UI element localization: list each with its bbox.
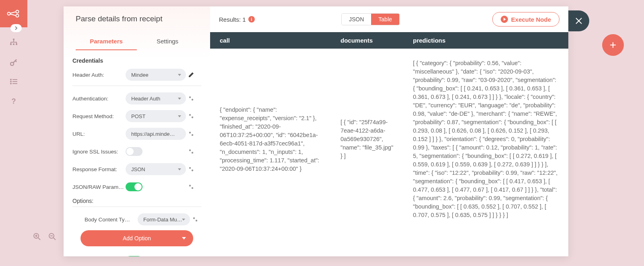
app-sidebar: ? [0,0,27,266]
svg-point-34 [192,117,193,118]
credentials-heading: Credentials [72,57,201,64]
svg-line-23 [38,238,40,240]
svg-rect-12 [16,42,17,43]
svg-point-44 [196,220,197,221]
svg-line-15 [15,61,17,62]
header-auth-select[interactable]: Mindee [126,69,186,81]
view-table-button[interactable]: Table [371,14,399,25]
svg-point-32 [192,99,193,100]
col-predictions: predictions [403,37,568,44]
options-heading: Options: [72,198,201,204]
svg-line-3 [10,12,16,14]
info-icon[interactable]: i [248,16,255,23]
tab-parameters[interactable]: Parameters [76,33,137,50]
sidebar-expand-button[interactable] [10,24,22,32]
send-binary-toggle[interactable] [126,256,142,256]
key-icon[interactable] [10,59,17,68]
zoom-in-icon[interactable] [33,233,41,243]
play-icon [501,16,508,23]
json-raw-label: JSON/RAW Parame… [72,184,126,190]
svg-point-33 [189,114,191,116]
svg-point-36 [192,134,193,136]
svg-rect-8 [16,43,17,45]
add-option-button[interactable]: Add Option [80,230,193,246]
body-content-type-label: Body Content Ty… [72,217,138,223]
cell-documents: [ { "id": "25f74a99-7eae-4122-a6da-0a569… [331,59,403,219]
svg-point-31 [189,96,191,98]
svg-rect-6 [10,43,12,45]
svg-point-37 [189,149,191,151]
help-icon[interactable]: ? [12,97,16,106]
svg-line-27 [54,238,56,240]
svg-point-42 [192,187,193,189]
svg-point-1 [16,10,19,13]
svg-point-0 [8,12,10,15]
app-logo [0,0,27,27]
panel-tabs: Parameters Settings [64,33,210,50]
response-format-label: Response Format: [72,166,126,172]
results-count: Results: 1 i [219,16,255,23]
ignore-ssl-label: Ignore SSL Issues: [72,149,126,155]
svg-point-16 [10,79,12,80]
gear-icon[interactable] [188,149,196,154]
response-format-select[interactable]: JSON [126,163,186,175]
request-method-label: Request Method: [72,113,126,119]
svg-point-40 [192,170,193,171]
view-json-button[interactable]: JSON [342,14,371,25]
svg-point-38 [192,152,193,153]
header-auth-label: Header Auth: [72,72,126,78]
node-editor-modal: Parse details from receipt Parameters Se… [64,6,568,256]
cell-call: { "endpoint": { "name": "expense_receipt… [210,59,331,219]
zoom-out-icon[interactable] [48,233,56,243]
body-content-type-select[interactable]: Form-Data Mu… [138,213,190,225]
node-title: Parse details from receipt [64,6,210,27]
zoom-controls [33,233,56,243]
gear-icon[interactable] [188,113,196,119]
url-label: URL: [72,131,126,137]
parameters-panel: Parse details from receipt Parameters Se… [64,6,210,256]
gear-icon[interactable] [188,96,196,101]
svg-rect-9 [13,40,14,42]
close-button[interactable] [568,10,589,31]
svg-point-43 [193,217,195,219]
svg-point-35 [189,132,191,133]
tab-settings[interactable]: Settings [137,33,198,50]
results-panel: Results: 1 i JSON Table Execute Node cal… [210,6,568,256]
authentication-label: Authentication: [72,96,126,102]
svg-rect-11 [10,42,11,43]
edit-icon[interactable] [188,72,196,78]
svg-point-13 [10,62,14,65]
json-raw-toggle[interactable] [126,182,142,191]
gear-icon[interactable] [192,217,200,222]
col-documents: documents [331,37,403,44]
view-toggle: JSON Table [341,13,400,25]
add-node-fab[interactable]: + [602,34,624,56]
gear-icon[interactable] [188,184,196,190]
list-icon[interactable] [10,79,17,86]
svg-rect-5 [13,39,14,40]
svg-rect-19 [12,81,17,82]
execute-node-button[interactable]: Execute Node [492,12,559,27]
svg-point-41 [189,185,191,186]
results-table: call documents predictions { "endpoint":… [210,32,568,256]
ignore-ssl-toggle[interactable] [126,147,142,156]
svg-point-18 [10,81,12,82]
workflows-icon[interactable] [10,39,17,47]
authentication-select[interactable]: Header Auth [126,92,186,104]
svg-line-4 [10,14,16,16]
gear-icon[interactable] [188,166,196,172]
url-input[interactable]: https://api.minde… [126,128,186,140]
svg-point-20 [10,83,12,84]
gear-icon[interactable] [188,131,196,137]
svg-point-2 [16,14,19,17]
svg-point-39 [189,167,191,169]
svg-rect-21 [12,83,17,84]
svg-rect-10 [10,42,17,43]
table-row: { "endpoint": { "name": "expense_receipt… [210,49,568,230]
svg-rect-17 [12,79,17,80]
svg-rect-7 [13,43,14,45]
cell-predictions: [ { "category": { "probability": 0.56, "… [403,59,568,219]
request-method-select[interactable]: POST [126,110,186,122]
col-call: call [210,37,331,44]
